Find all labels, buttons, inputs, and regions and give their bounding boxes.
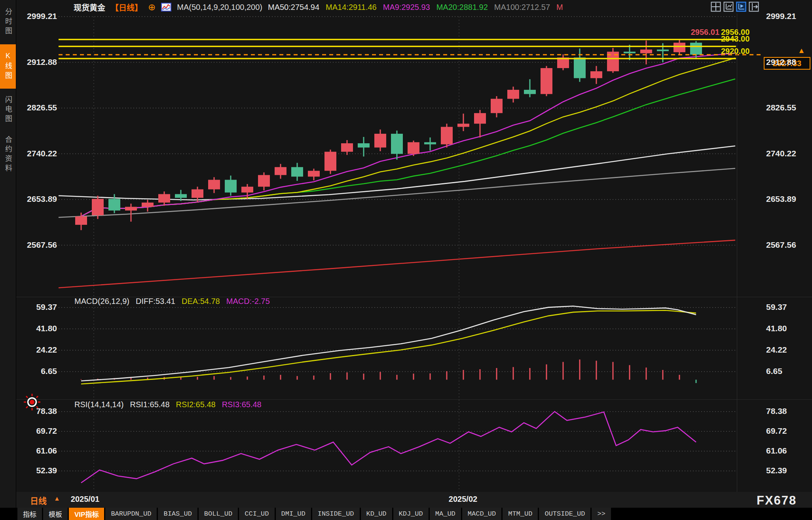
chart-axes-icon[interactable] [723, 2, 734, 12]
tab-kdj-ud[interactable]: KDJ_UD [393, 508, 429, 520]
chart-plot-area[interactable] [16, 0, 812, 492]
sidebar-item-tick-chart[interactable]: 闪电图 [0, 91, 16, 129]
macd-params: MACD(26,12,9) [74, 297, 129, 306]
macd-tick-left: 41.80 [17, 324, 57, 333]
sidebar-item-minute-chart[interactable]: 分时图 [0, 2, 16, 42]
price-tick-right: 2567.56 [766, 240, 796, 250]
chart-active-icon[interactable] [736, 2, 746, 12]
tab-dmi-ud[interactable]: DMI_UD [276, 508, 311, 520]
macd-tick-right: 59.37 [766, 302, 787, 312]
trading-app: { "header": { "symbol": "现货黄金", "period"… [0, 0, 812, 520]
rsi-tick-right: 69.72 [766, 426, 787, 436]
macd-tick-right: 6.65 [766, 366, 782, 376]
tab-cci-ud[interactable]: CCI_UD [239, 508, 274, 520]
mini-chart-icon[interactable] [161, 3, 171, 11]
rsi-tick-left: 61.06 [17, 446, 57, 455]
tab-vip-indicators[interactable]: VIP指标 [69, 508, 104, 520]
price-tick-right: 2653.89 [766, 194, 796, 204]
session-high-label: 2956.01 [673, 28, 719, 37]
tab-inside-ud[interactable]: INSIDE_UD [312, 508, 360, 520]
tab-mtm-ud[interactable]: MTM_UD [503, 508, 538, 520]
tab-boll-ud[interactable]: BOLL_UD [199, 508, 238, 520]
level-price-label: 2920.00 [721, 47, 749, 56]
macd-tick-right: 24.22 [766, 345, 787, 355]
brand-watermark: FX678 [757, 493, 797, 508]
rsi-tick-right: 61.06 [766, 446, 787, 455]
ma-value-m: M [556, 3, 563, 12]
ma-value-ma100: MA100:2712.57 [494, 3, 550, 12]
macd-header: MACD(26,12,9) DIFF:53.41 DEA:54.78 MACD:… [74, 297, 270, 306]
axis-separator [737, 13, 737, 492]
date-label: 2025/01 [71, 495, 99, 504]
period-arrow-icon[interactable]: ▲ [54, 495, 60, 502]
indicator-tab-bar: 指标模板VIP指标BARUPDN_UDBIAS_UDBOLL_UDCCI_UDD… [0, 508, 812, 520]
macd-tick-left: 6.65 [17, 366, 57, 376]
price-tick-right: 2740.22 [766, 149, 796, 158]
price-tick-right: 2826.55 [766, 103, 796, 112]
tab-bias-ud[interactable]: BIAS_UD [158, 508, 197, 520]
rsi-tick-left: 52.39 [17, 466, 57, 475]
circle-plus-icon[interactable]: ⊕ [148, 3, 156, 12]
ma-value-ma20: MA20:2881.92 [436, 3, 488, 12]
chart-header: 现货黄金 【日线】 ⊕ MA(50,14,9,20,100,200) MA50:… [74, 1, 563, 13]
date-label: 2025/02 [449, 495, 477, 504]
sidebar-item-contract-info[interactable]: 合约资料 [0, 131, 16, 178]
tab-templates[interactable]: 模板 [43, 508, 68, 520]
sidebar-item-kline-chart[interactable]: K线图 [0, 44, 16, 89]
price-tick-left: 2826.55 [17, 103, 57, 112]
level-price-label: 2943.00 [721, 34, 749, 44]
rsi2-value: RSI2:65.48 [176, 400, 216, 409]
macd-tick-right: 41.80 [766, 324, 787, 333]
tab-more[interactable]: >> [592, 508, 611, 520]
rsi-tick-right: 78.38 [766, 406, 787, 416]
period-tag[interactable]: 【日线】 [111, 2, 142, 13]
tab-barupdn-ud[interactable]: BARUPDN_UD [105, 508, 157, 520]
tab-macd-ud[interactable]: MACD_UD [462, 508, 501, 520]
rsi3-value: RSI3:65.48 [222, 400, 262, 409]
price-tick-left: 2740.22 [17, 149, 57, 158]
quad-layout-icon[interactable] [711, 2, 721, 12]
macd-hist-value: MACD:-2.75 [226, 297, 270, 306]
price-tick-left: 2912.88 [17, 57, 57, 67]
rsi-header: RSI(14,14,14) RSI1:65.48 RSI2:65.48 RSI3… [74, 400, 262, 409]
left-sidebar: 分时图K线图闪电图合约资料 [0, 0, 16, 520]
time-axis-row [16, 492, 812, 508]
rsi-tick-right: 52.39 [766, 466, 787, 475]
price-tick-left: 2653.89 [17, 194, 57, 204]
panel-export-icon[interactable] [749, 2, 759, 12]
price-up-arrow-icon: ▲ [798, 46, 805, 55]
panel-separator [16, 399, 812, 400]
ma-value-ma9: MA9:2925.93 [383, 3, 430, 12]
tab-kd-ud[interactable]: KD_UD [361, 508, 392, 520]
price-tick-right: 2999.21 [766, 11, 796, 21]
tab-indicators[interactable]: 指标 [17, 508, 42, 520]
rsi1-value: RSI1:65.48 [130, 400, 170, 409]
price-tick-left: 2999.21 [17, 11, 57, 21]
chart-toolbar [711, 2, 759, 12]
ma-params-label: MA(50,14,9,20,100,200) [177, 3, 262, 12]
macd-tick-left: 24.22 [17, 345, 57, 355]
rsi-params: RSI(14,14,14) [74, 400, 124, 409]
tab-ma-ud[interactable]: MA_UD [430, 508, 461, 520]
period-selector[interactable]: 日线 [30, 494, 47, 506]
macd-diff-value: DIFF:53.41 [136, 297, 175, 306]
ma-value-ma50: MA50:2754.94 [268, 3, 319, 12]
rsi-tick-left: 69.72 [17, 426, 57, 436]
tab-outside-ud[interactable]: OUTSIDE_UD [539, 508, 590, 520]
price-tick-left: 2567.56 [17, 240, 57, 250]
price-tick-right: 2912.88 [766, 57, 796, 67]
ma-values: MA50:2754.94MA14:2911.46MA9:2925.93MA20:… [268, 3, 563, 12]
rsi-tick-left: 78.38 [17, 406, 57, 416]
macd-tick-left: 59.37 [17, 302, 57, 312]
symbol-title: 现货黄金 [74, 2, 105, 13]
ma-value-ma14: MA14:2911.46 [326, 3, 377, 12]
macd-dea-value: DEA:54.78 [182, 297, 220, 306]
candlestick-chart-svg [0, 0, 812, 520]
